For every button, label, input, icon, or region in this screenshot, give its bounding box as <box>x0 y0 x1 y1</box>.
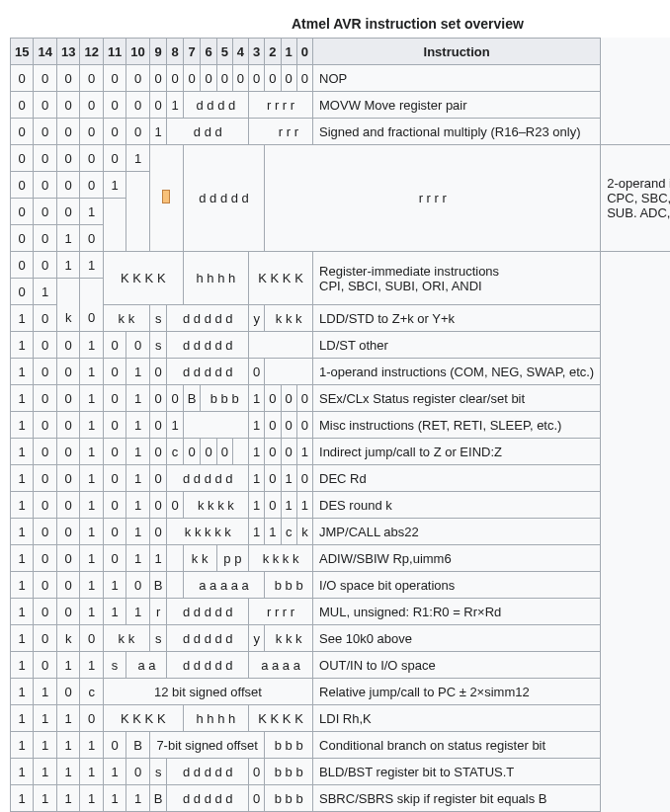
bit-group: h h h h <box>183 705 248 732</box>
bit-cell: 0 <box>167 65 183 92</box>
bit-group: r r r r <box>249 599 313 625</box>
bit-group: d d d d d <box>167 599 249 625</box>
bit-cell: y <box>249 305 265 332</box>
bit-cell: 0 <box>216 439 232 465</box>
bit-cell: 0 <box>103 359 126 385</box>
bit-cell <box>183 412 248 439</box>
bit-group: b b b <box>265 785 313 812</box>
bit-group: d d d d d <box>167 359 249 385</box>
bit-cell: 0 <box>103 492 126 519</box>
bit-cell: 0 <box>34 572 56 599</box>
bit-group: k k k <box>265 305 313 332</box>
bit-cell: 0 <box>56 545 79 572</box>
bit-cell: 1 <box>80 332 103 359</box>
bit-cell: 1 <box>249 492 265 519</box>
bit-cell: 0 <box>34 332 56 359</box>
bit-cell: 0 <box>249 785 265 812</box>
bit-cell: B <box>126 732 149 759</box>
bit-cell: 0 <box>56 145 79 172</box>
bit-cell <box>249 119 265 145</box>
bit-cell: 1 <box>34 785 56 812</box>
table-row: 1001 0100 B b b b 1000 SEx/CLx Status re… <box>11 385 671 412</box>
instr-cell: LDI Rh,K <box>313 705 601 732</box>
bit-cell: 0 <box>216 65 232 92</box>
bit-cell: 0 <box>34 545 56 572</box>
table-row: 110 c 12 bit signed offset Relative jump… <box>11 679 671 705</box>
bit-cell: 1 <box>11 545 34 572</box>
bit-group: k k <box>183 545 216 572</box>
bit-cell: 0 <box>34 385 56 412</box>
bit-cell: 0 <box>56 385 79 412</box>
col-instruction: Instruction <box>313 39 601 65</box>
col-bit-2: 2 <box>265 39 281 65</box>
bit-cell: 0 <box>34 465 56 492</box>
instr-cell: SEx/CLx Status register clear/set bit <box>313 385 601 412</box>
bit-cell: 0 <box>80 92 103 119</box>
bit-group: b b b <box>265 759 313 785</box>
bit-cell: 0 <box>126 332 149 359</box>
instr-line: CPC, SBC, ADD, CPSE, CP, <box>607 191 670 205</box>
bit-cell: 1 <box>80 199 103 225</box>
bit-cell: 0 <box>103 412 126 439</box>
bit-cell: 0 <box>126 759 149 785</box>
bit-cell: 1 <box>103 785 126 812</box>
col-bit-10: 10 <box>126 39 149 65</box>
bit-cell: 1 <box>296 492 312 519</box>
table-row: 1001 00s d d d d d LD/ST other <box>11 332 671 359</box>
bit-cell: 1 <box>249 519 265 545</box>
bit-cell: 0 <box>183 65 201 92</box>
bit-cell: 1 <box>126 412 149 439</box>
bit-cell: 1 <box>103 599 126 625</box>
bit-cell: 0 <box>56 172 79 199</box>
bit-cell: 1 <box>34 705 56 732</box>
bit-cell: 1 <box>34 732 56 759</box>
bit-group: b b b <box>265 572 313 599</box>
bit-cell: 1 <box>80 252 103 279</box>
bit-cell: 1 <box>80 545 103 572</box>
bit-cell: 0 <box>56 65 79 92</box>
bit-cell: 0 <box>149 492 167 519</box>
bit-cell: 1 <box>103 759 126 785</box>
instr-line: 2-operand instructions <box>607 176 670 191</box>
instr-line: SUB. ADC, AND, EOR, OR, MOV <box>607 205 670 220</box>
bit-cell: 0 <box>265 439 281 465</box>
instr-cell: Relative jump/call to PC ± 2×simm12 <box>313 679 601 705</box>
bit-cell: 1 <box>11 385 34 412</box>
bit-group: k k <box>103 625 149 652</box>
bit-cell: s <box>149 625 167 652</box>
bit-cell: 1 <box>56 652 79 679</box>
table-row: 1001 10 B a a a a a b b b I/O space bit … <box>11 572 671 599</box>
col-bit-5: 5 <box>216 39 232 65</box>
bit-cell: 1 <box>11 599 34 625</box>
bit-cell <box>126 199 149 225</box>
bit-cell: y <box>249 625 265 652</box>
bit-cell: 0 <box>103 439 126 465</box>
bit-cell: c <box>80 679 103 705</box>
bit-cell: 0 <box>167 385 183 412</box>
bit-cell: k <box>56 305 79 332</box>
instr-cell: See 10k0 above <box>313 625 601 652</box>
bit-cell <box>167 119 183 145</box>
bit-cell: 0 <box>34 225 56 252</box>
bit-group: d d d d d <box>167 759 249 785</box>
col-bit-6: 6 <box>201 39 216 65</box>
instr-cell: Conditional branch on status register bi… <box>313 732 601 759</box>
bit-cell: 0 <box>34 145 56 172</box>
bit-cell <box>103 199 126 225</box>
table-caption: Atmel AVR instruction set overview <box>10 10 670 38</box>
bit-cell: 1 <box>11 305 34 332</box>
bit-cell: 1 <box>80 732 103 759</box>
instr-cell: LDD/STD to Z+k or Y+k <box>313 305 601 332</box>
bit-group: d d d d d <box>167 332 249 359</box>
bit-cell: 0 <box>56 492 79 519</box>
bit-cell: 1 <box>249 439 265 465</box>
instr-cell: Misc instructions (RET, RETI, SLEEP, etc… <box>313 412 601 439</box>
bit-cell: 0 <box>56 599 79 625</box>
table-row: 1001 010 c 000 1001 Indirect jump/call t… <box>11 439 671 465</box>
bit-group: 12 bit signed offset <box>103 679 312 705</box>
bit-cell: 0 <box>103 145 126 172</box>
bit-cell: 1 <box>56 732 79 759</box>
instr-cell: DEC Rd <box>313 465 601 492</box>
bit-cell: 1 <box>11 732 34 759</box>
bit-cell: 0 <box>149 359 167 385</box>
